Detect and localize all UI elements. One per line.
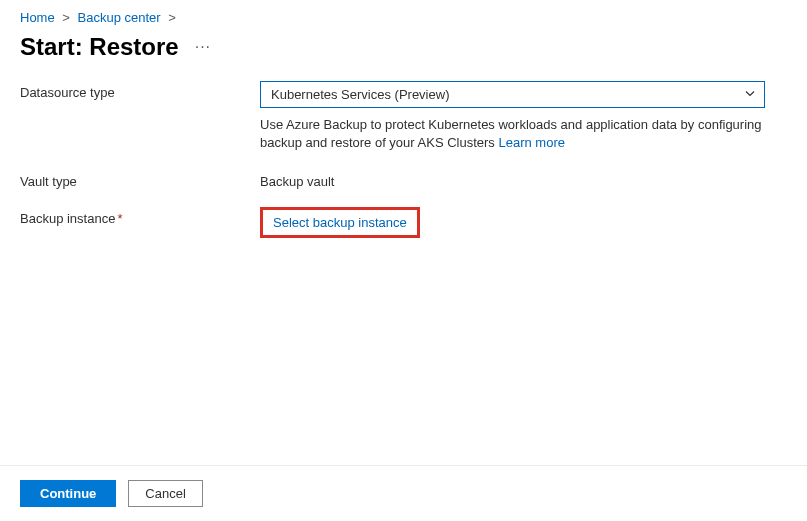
backup-instance-label-text: Backup instance [20,211,115,226]
datasource-type-row: Datasource type Kubernetes Services (Pre… [20,81,787,152]
breadcrumb-home[interactable]: Home [20,10,55,25]
footer: Continue Cancel [0,465,807,521]
datasource-type-select[interactable]: Kubernetes Services (Preview) [260,81,765,108]
breadcrumb-separator: > [62,10,70,25]
vault-type-value: Backup vault [260,170,787,189]
datasource-type-label: Datasource type [20,81,260,100]
vault-type-row: Vault type Backup vault [20,170,787,189]
vault-type-label: Vault type [20,170,260,189]
backup-instance-label: Backup instance* [20,207,260,226]
form-area: Datasource type Kubernetes Services (Pre… [0,81,807,238]
datasource-help-text: Use Azure Backup to protect Kubernetes w… [260,116,765,152]
page-title-row: Start: Restore ··· [0,29,807,81]
datasource-type-selected: Kubernetes Services (Preview) [271,87,449,102]
breadcrumb-separator: > [168,10,176,25]
cancel-button[interactable]: Cancel [128,480,202,507]
page-title: Start: Restore [20,33,179,61]
backup-instance-row: Backup instance* Select backup instance [20,207,787,238]
required-marker: * [117,211,122,226]
datasource-type-value: Kubernetes Services (Preview) Use Azure … [260,81,787,152]
breadcrumb-backup-center[interactable]: Backup center [78,10,161,25]
learn-more-link[interactable]: Learn more [498,135,564,150]
select-backup-instance-highlight: Select backup instance [260,207,420,238]
chevron-down-icon [744,87,756,102]
select-backup-instance-link[interactable]: Select backup instance [273,215,407,230]
more-icon[interactable]: ··· [195,38,211,56]
continue-button[interactable]: Continue [20,480,116,507]
backup-instance-value: Select backup instance [260,207,787,238]
breadcrumb: Home > Backup center > [0,0,807,29]
